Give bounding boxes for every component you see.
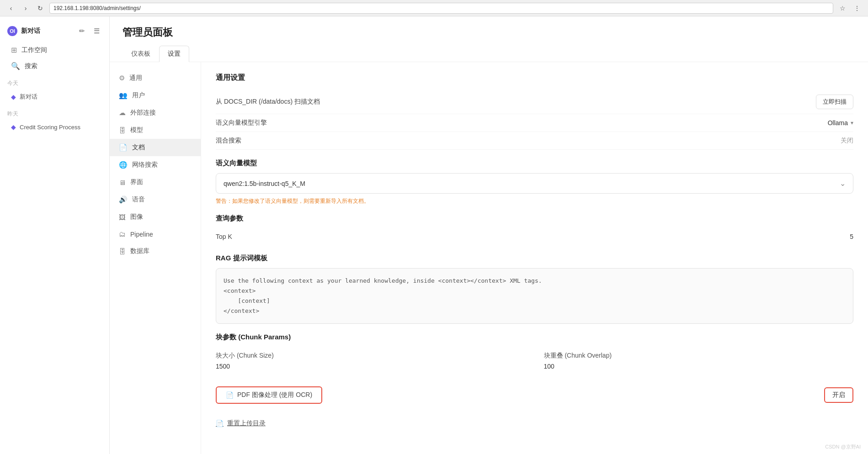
chat-icon: ◆ <box>11 93 16 100</box>
model-name: qwen2:1.5b-instruct-q5_K_M <box>224 180 305 187</box>
globe-icon: 🌐 <box>119 161 128 169</box>
gear-icon: ⚙ <box>119 74 125 82</box>
file-icon: 📄 <box>226 391 234 399</box>
forward-button[interactable]: › <box>20 3 31 14</box>
pipeline-icon: 🗂 <box>119 230 126 238</box>
doc-icon: 📄 <box>119 143 128 152</box>
nav-image[interactable]: 🖼 图像 <box>110 208 201 226</box>
today-item-label: 新对话 <box>20 93 37 101</box>
semantic-engine-row: 语义向量模型引擎 Ollama ▾ <box>216 114 853 132</box>
today-label: 今天 <box>0 74 109 89</box>
semantic-engine-value: Ollama <box>828 119 848 127</box>
chunk-overlap-value: 100 <box>544 363 854 370</box>
semantic-model-title: 语义向量模型 <box>216 159 853 168</box>
chunk-size-value: 1500 <box>216 363 526 370</box>
search-label: 搜索 <box>25 62 37 70</box>
top-k-row: Top K 5 <box>216 228 853 245</box>
sidebar: OI 新对话 ✏ ☰ ⊞ 工作空间 🔍 搜索 今天 ◆ 新对话 昨天 ◆ Cre… <box>0 16 110 454</box>
menu-icon[interactable]: ☰ <box>91 26 102 37</box>
chunk-size-col: 块大小 (Chunk Size) 1500 <box>216 352 526 370</box>
sidebar-actions: ✏ ☰ <box>76 26 102 37</box>
docs-dir-label: 从 DOCS_DIR (/data/docs) 扫描文档 <box>216 98 320 106</box>
nav-users[interactable]: 👥 用户 <box>110 87 201 104</box>
database-icon: 🗄 <box>119 248 126 255</box>
tab-settings[interactable]: 设置 <box>159 46 189 62</box>
search-icon: 🔍 <box>11 62 20 70</box>
rag-template-box[interactable]: Use the following context as your learne… <box>216 268 853 324</box>
nav-models[interactable]: 🗄 模型 <box>110 121 201 139</box>
hybrid-search-toggle[interactable]: 关闭 <box>841 137 853 145</box>
menu-button[interactable]: ⋮ <box>852 3 863 14</box>
url-bar[interactable]: 192.168.1.198:8080/admin/settings/ <box>49 3 833 14</box>
yesterday-label: 昨天 <box>0 105 109 120</box>
sidebar-today-item[interactable]: ◆ 新对话 <box>4 89 106 105</box>
left-nav: ⚙ 通用 👥 用户 ☁ 外部连接 🗄 模型 📄 文档 <box>110 62 201 454</box>
ocr-row: 📄 PDF 图像处理 (使用 OCR) 开启 <box>216 382 853 408</box>
chunk-size-label: 块大小 (Chunk Size) <box>216 352 526 360</box>
ocr-label: PDF 图像处理 (使用 OCR) <box>237 391 312 399</box>
nav-database[interactable]: 🗄 数据库 <box>110 243 201 260</box>
hybrid-search-row: 混合搜索 关闭 <box>216 132 853 150</box>
nav-voice[interactable]: 🔊 语音 <box>110 191 201 208</box>
page-title: 管理员面板 <box>122 26 855 39</box>
app-container: OI 新对话 ✏ ☰ ⊞ 工作空间 🔍 搜索 今天 ◆ 新对话 昨天 ◆ Cre… <box>0 16 868 454</box>
chat-icon-2: ◆ <box>11 123 16 131</box>
monitor-icon: 🖥 <box>119 179 126 186</box>
nav-documents[interactable]: 📄 文档 <box>110 139 201 156</box>
query-section-title: 查询参数 <box>216 214 853 223</box>
top-k-label: Top K <box>216 233 232 240</box>
nav-pipeline[interactable]: 🗂 Pipeline <box>110 226 201 243</box>
chunk-overlap-label: 块重叠 (Chunk Overlap) <box>544 352 854 360</box>
reset-label: 重置上传目录 <box>227 419 266 428</box>
model-chevron-icon: ⌄ <box>840 179 846 188</box>
image-icon: 🖼 <box>119 213 126 221</box>
workspace-icon: ⊞ <box>11 46 17 54</box>
back-button[interactable]: ‹ <box>5 3 16 14</box>
tab-bar: 仪表板 设置 <box>122 46 855 62</box>
users-icon: 👥 <box>119 91 128 100</box>
workspace-label: 工作空间 <box>21 46 47 54</box>
page-header: 管理员面板 仪表板 设置 <box>110 16 868 62</box>
rag-template-title: RAG 提示词模板 <box>216 254 853 263</box>
chunk-row: 块大小 (Chunk Size) 1500 块重叠 (Chunk Overlap… <box>216 347 853 375</box>
reset-upload-dir[interactable]: 📄 重置上传目录 <box>216 416 853 431</box>
main-content: 管理员面板 仪表板 设置 ⚙ 通用 👥 用户 ☁ 外部连接 <box>110 16 868 454</box>
edit-icon[interactable]: ✏ <box>76 26 87 37</box>
nav-connections[interactable]: ☁ 外部连接 <box>110 104 201 121</box>
cloud-icon: ☁ <box>119 109 126 117</box>
nav-interface[interactable]: 🖥 界面 <box>110 174 201 191</box>
general-section-title: 通用设置 <box>216 73 853 83</box>
top-k-value: 5 <box>850 233 853 240</box>
yesterday-item-label: Credit Scoring Process <box>20 124 80 131</box>
speaker-icon: 🔊 <box>119 195 128 204</box>
tab-dashboard[interactable]: 仪表板 <box>122 46 159 62</box>
chunk-section-title: 块参数 (Chunk Params) <box>216 333 853 342</box>
file-icon-2: 📄 <box>216 420 224 427</box>
docs-dir-row: 从 DOCS_DIR (/data/docs) 扫描文档 立即扫描 <box>216 90 853 114</box>
sidebar-brand: OI 新对话 <box>7 26 40 36</box>
browser-bar: ‹ › ↻ 192.168.1.198:8080/admin/settings/… <box>0 0 868 16</box>
sidebar-item-workspace[interactable]: ⊞ 工作空间 <box>4 42 106 58</box>
hybrid-search-label: 混合搜索 <box>216 137 241 145</box>
semantic-engine-label: 语义向量模型引擎 <box>216 119 267 127</box>
ocr-label-box: 📄 PDF 图像处理 (使用 OCR) <box>216 386 322 404</box>
sidebar-item-search[interactable]: 🔍 搜索 <box>4 58 106 74</box>
bookmark-button[interactable]: ☆ <box>837 3 848 14</box>
brand-icon: OI <box>7 26 17 36</box>
watermark: CSDN @京野AI <box>825 443 861 450</box>
sidebar-header: OI 新对话 ✏ ☰ <box>0 22 109 42</box>
semantic-engine-dropdown[interactable]: Ollama ▾ <box>828 119 853 127</box>
nav-websearch[interactable]: 🌐 网络搜索 <box>110 156 201 174</box>
ocr-toggle-button[interactable]: 开启 <box>824 387 853 403</box>
chevron-down-icon: ▾ <box>851 120 853 126</box>
model-warning: 警告：如果您修改了语义向量模型，则需要重新导入所有文档。 <box>216 197 853 205</box>
scan-button[interactable]: 立即扫描 <box>816 95 853 109</box>
models-icon: 🗄 <box>119 127 126 134</box>
model-selector[interactable]: qwen2:1.5b-instruct-q5_K_M ⌄ <box>216 173 853 194</box>
content-body: ⚙ 通用 👥 用户 ☁ 外部连接 🗄 模型 📄 文档 <box>110 62 868 454</box>
new-chat-label: 新对话 <box>21 27 40 35</box>
refresh-button[interactable]: ↻ <box>35 3 46 14</box>
nav-general[interactable]: ⚙ 通用 <box>110 69 201 87</box>
settings-panel: 通用设置 从 DOCS_DIR (/data/docs) 扫描文档 立即扫描 语… <box>201 62 868 454</box>
sidebar-yesterday-item[interactable]: ◆ Credit Scoring Process <box>4 120 106 134</box>
